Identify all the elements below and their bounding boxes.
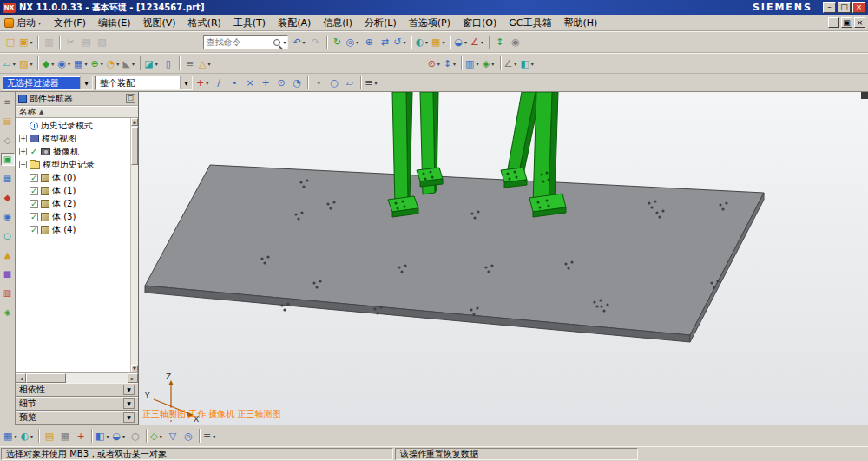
menu-item[interactable]: 视图(V) <box>136 16 181 30</box>
dropdown-arrow-icon[interactable]: ▾ <box>372 80 378 86</box>
tree-item[interactable]: 历史记录模式 <box>16 119 130 132</box>
hd3d-tools-icon[interactable]: ◆ <box>1 191 15 204</box>
scroll-left-icon[interactable]: ◄ <box>16 373 26 383</box>
dropdown-arrow-icon[interactable]: ▾ <box>49 61 56 67</box>
minimize-button[interactable]: – <box>823 2 836 13</box>
dropdown-arrow-icon[interactable]: ▾ <box>354 39 360 45</box>
assembly-constraints-icon[interactable]: ⊙▾ <box>427 56 443 71</box>
section-expand-button[interactable]: ▼ <box>123 385 135 395</box>
menu-item[interactable]: 装配(A) <box>272 16 317 30</box>
tree-item[interactable]: ✓体 (2) <box>16 197 130 210</box>
selection-filter-combo[interactable]: 无选择过滤器 ▼ <box>3 76 93 90</box>
show-hide-icon[interactable]: ◒▾ <box>453 35 470 50</box>
dropdown-arrow-icon[interactable]: ▾ <box>301 39 307 45</box>
web-browser-icon[interactable]: ◉ <box>1 210 15 223</box>
base-plate-body[interactable] <box>145 165 764 342</box>
dropdown-arrow-icon[interactable]: ▾ <box>28 61 34 67</box>
shell-icon[interactable]: ▯ <box>161 56 176 71</box>
menu-item[interactable]: 窗口(O) <box>457 16 503 30</box>
checkbox-checked-icon[interactable]: ✓ <box>30 187 38 195</box>
preferences-icon[interactable]: ≡▾ <box>202 428 218 444</box>
analysis-measure-icon[interactable]: ∠▾ <box>503 56 520 71</box>
refresh-icon[interactable]: ↻ <box>330 35 345 50</box>
scroll-down-icon[interactable]: ▼ <box>131 365 138 372</box>
unite-icon[interactable]: ⊕▾ <box>89 56 105 71</box>
edge-blend-icon[interactable]: ◔▾ <box>106 56 122 71</box>
synchronous-modeling-icon[interactable]: ◈▾ <box>482 56 497 71</box>
dropdown-arrow-icon[interactable]: ▾ <box>479 39 485 45</box>
search-dropdown-icon[interactable]: ▾ <box>283 39 286 45</box>
panel-pin-button[interactable]: □ <box>126 94 135 103</box>
menu-item[interactable]: 工具(T) <box>227 16 272 30</box>
dropdown-arrow-icon[interactable]: ▾ <box>463 39 469 45</box>
part-navigator-icon[interactable]: ▣ <box>1 153 15 166</box>
fit-view-bottom-icon[interactable]: ◎ <box>181 428 196 444</box>
scroll-up-icon[interactable]: ▲ <box>131 118 138 126</box>
dropdown-arrow-icon[interactable]: ▾ <box>206 61 212 67</box>
intersection-snap-icon[interactable]: + <box>258 75 273 90</box>
start-menu-button[interactable]: 启动 ▾ <box>3 16 48 30</box>
child-minimize-button[interactable]: – <box>828 17 839 28</box>
dropdown-arrow-icon[interactable]: ▾ <box>451 61 457 67</box>
dropdown-arrow-icon[interactable]: ▾ <box>529 61 536 67</box>
touch-mode-icon[interactable]: ◉ <box>508 35 523 50</box>
assembly-navigator-icon[interactable]: ▤ <box>1 115 15 128</box>
dropdown-arrow-icon[interactable]: ▾ <box>475 61 481 67</box>
command-finder[interactable]: ▾ <box>203 35 288 49</box>
maximize-button[interactable]: □ <box>838 2 851 13</box>
dropdown-arrow-icon[interactable]: ▾ <box>29 433 35 439</box>
checkbox-checked-icon[interactable]: ✓ <box>30 200 38 208</box>
graphics-viewport[interactable]: Z X Y 正三轴测图 工作 摄像机 正三轴测图 <box>139 92 868 425</box>
snap-point-enable-icon[interactable]: +▾ <box>195 75 211 90</box>
trim-body-icon[interactable]: ◪▾ <box>143 56 160 71</box>
scroll-right-icon[interactable]: ► <box>128 373 138 383</box>
zoom-icon[interactable]: ⊕ <box>361 35 377 50</box>
panel-section[interactable]: 细节▼ <box>16 397 138 411</box>
dropdown-arrow-icon[interactable]: ▾ <box>11 61 17 67</box>
vertical-scrollbar[interactable]: ▲ ▼ <box>130 118 138 372</box>
dropdown-arrow-icon[interactable]: ▾ <box>204 80 210 86</box>
wave-geometry-linker-icon[interactable]: ≡ <box>182 56 198 71</box>
undo-icon[interactable]: ↶▾ <box>292 35 307 50</box>
redo-icon[interactable]: ↷ <box>308 35 324 50</box>
roles-icon[interactable]: ▥ <box>1 286 15 300</box>
tree-item[interactable]: ✓体 (1) <box>16 184 130 197</box>
combo-dropdown-icon[interactable]: ▼ <box>80 76 92 89</box>
resource-bar-options-icon[interactable]: ≡ <box>1 95 15 109</box>
dropdown-arrow-icon[interactable]: ▾ <box>211 433 217 439</box>
collapse-icon[interactable]: − <box>19 161 27 168</box>
arc-center-snap-icon[interactable]: ⊙ <box>273 75 289 90</box>
tree-item[interactable]: ✓体 (3) <box>16 210 130 223</box>
reuse-library-icon[interactable]: ▦ <box>1 172 15 185</box>
checkbox-checked-icon[interactable]: ✓ <box>30 174 38 182</box>
menu-item[interactable]: 分析(L) <box>358 16 403 30</box>
hole-icon[interactable]: ◉▾ <box>56 56 73 71</box>
navigator-column-header[interactable]: 名称 ▲ <box>16 106 138 118</box>
panel-section[interactable]: 相依性▼ <box>16 383 138 397</box>
render-style-icon[interactable]: ◐▾ <box>414 35 431 50</box>
datum-plane-icon[interactable]: ▱▾ <box>3 56 18 71</box>
view-operations-icon[interactable]: ▦▾ <box>3 428 19 444</box>
dropdown-arrow-icon[interactable]: ▾ <box>401 39 407 45</box>
scrollbar-thumb[interactable] <box>26 373 66 383</box>
edit-feature-icon[interactable]: △▾ <box>198 56 214 71</box>
dropdown-arrow-icon[interactable]: ▾ <box>12 433 18 439</box>
process-studio-icon[interactable]: ▲ <box>1 248 15 261</box>
menu-item[interactable]: 信息(I) <box>317 16 358 30</box>
constraint-navigator-icon[interactable]: ◇ <box>1 134 15 147</box>
tree-item[interactable]: ✓体 (4) <box>16 223 130 236</box>
extrude-icon[interactable]: ◆▾ <box>41 56 56 71</box>
system-materials-icon[interactable]: ◈ <box>1 306 15 319</box>
section-expand-button[interactable]: ▼ <box>123 398 135 409</box>
menu-item[interactable]: 格式(R) <box>182 16 227 30</box>
immediate-hide-icon[interactable]: ○ <box>128 428 143 444</box>
measure-distance-icon[interactable]: ∠▾ <box>470 35 486 50</box>
point-on-curve-snap-icon[interactable]: ○ <box>326 75 342 90</box>
tree-item[interactable]: −模型历史记录 <box>16 158 130 171</box>
existing-point-snap-icon[interactable]: • <box>311 75 326 90</box>
orient-view-icon[interactable]: ◇▾ <box>149 428 165 444</box>
rotate-view-icon[interactable]: ↺▾ <box>392 35 408 50</box>
section-expand-button[interactable]: ▼ <box>123 412 135 423</box>
combo-dropdown-icon[interactable]: ▼ <box>180 76 192 89</box>
object-display-icon[interactable]: ◧▾ <box>95 428 111 444</box>
